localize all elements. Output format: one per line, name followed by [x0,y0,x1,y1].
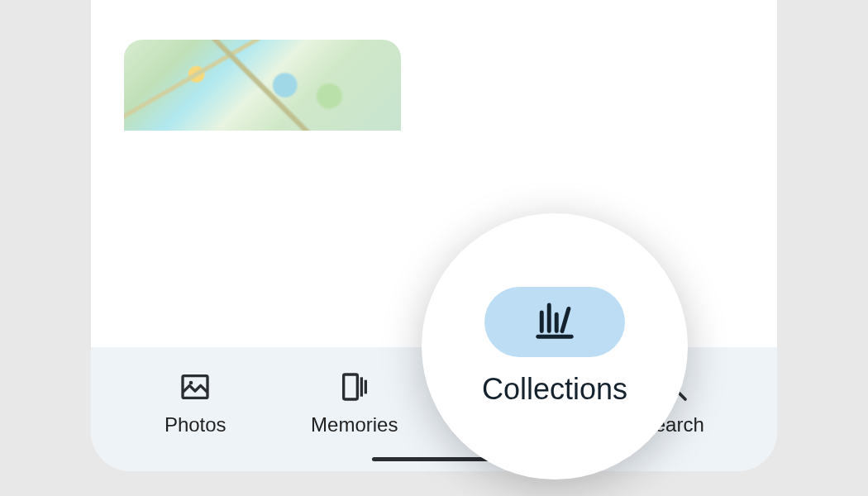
nav-memories[interactable]: Memories [289,369,421,436]
svg-point-1 [189,381,193,385]
nav-photos[interactable]: Photos [129,369,261,436]
nav-memories-label: Memories [311,413,398,436]
highlight-label: Collections [482,372,627,407]
memories-icon [336,369,373,405]
places-map-card[interactable] [124,40,401,131]
photo-icon [177,369,213,405]
library-icon [532,298,577,346]
svg-rect-2 [343,374,357,399]
home-indicator[interactable] [372,457,496,461]
nav-photos-label: Photos [165,413,227,436]
collections-pill[interactable] [484,287,625,357]
highlight-callout: Collections [422,213,688,479]
